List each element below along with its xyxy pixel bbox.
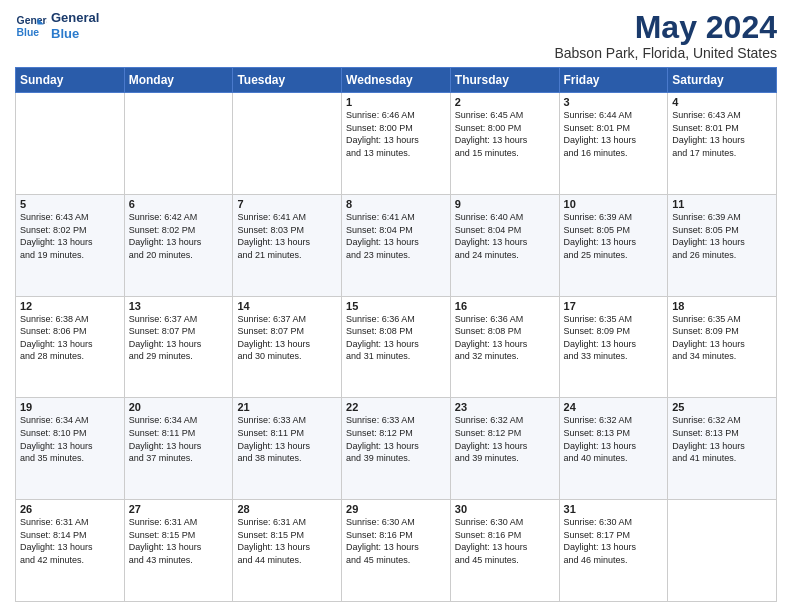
header-right: May 2024 Babson Park, Florida, United St… — [554, 10, 777, 61]
day-number: 17 — [564, 300, 664, 312]
day-info: Sunrise: 6:40 AM Sunset: 8:04 PM Dayligh… — [455, 211, 555, 261]
calendar-cell: 27Sunrise: 6:31 AM Sunset: 8:15 PM Dayli… — [124, 500, 233, 602]
day-info: Sunrise: 6:41 AM Sunset: 8:03 PM Dayligh… — [237, 211, 337, 261]
calendar-cell: 2Sunrise: 6:45 AM Sunset: 8:00 PM Daylig… — [450, 93, 559, 195]
calendar-cell — [233, 93, 342, 195]
calendar-cell: 31Sunrise: 6:30 AM Sunset: 8:17 PM Dayli… — [559, 500, 668, 602]
day-number: 4 — [672, 96, 772, 108]
day-number: 22 — [346, 401, 446, 413]
calendar-week-4: 19Sunrise: 6:34 AM Sunset: 8:10 PM Dayli… — [16, 398, 777, 500]
day-info: Sunrise: 6:31 AM Sunset: 8:15 PM Dayligh… — [129, 516, 229, 566]
day-info: Sunrise: 6:35 AM Sunset: 8:09 PM Dayligh… — [564, 313, 664, 363]
day-info: Sunrise: 6:31 AM Sunset: 8:15 PM Dayligh… — [237, 516, 337, 566]
calendar-cell: 17Sunrise: 6:35 AM Sunset: 8:09 PM Dayli… — [559, 296, 668, 398]
calendar-cell: 23Sunrise: 6:32 AM Sunset: 8:12 PM Dayli… — [450, 398, 559, 500]
day-number: 3 — [564, 96, 664, 108]
day-info: Sunrise: 6:46 AM Sunset: 8:00 PM Dayligh… — [346, 109, 446, 159]
day-info: Sunrise: 6:43 AM Sunset: 8:02 PM Dayligh… — [20, 211, 120, 261]
header: General Blue General Blue May 2024 Babso… — [15, 10, 777, 61]
day-number: 15 — [346, 300, 446, 312]
day-info: Sunrise: 6:30 AM Sunset: 8:16 PM Dayligh… — [346, 516, 446, 566]
calendar-cell: 16Sunrise: 6:36 AM Sunset: 8:08 PM Dayli… — [450, 296, 559, 398]
day-number: 6 — [129, 198, 229, 210]
calendar-week-5: 26Sunrise: 6:31 AM Sunset: 8:14 PM Dayli… — [16, 500, 777, 602]
day-info: Sunrise: 6:43 AM Sunset: 8:01 PM Dayligh… — [672, 109, 772, 159]
day-info: Sunrise: 6:32 AM Sunset: 8:13 PM Dayligh… — [564, 414, 664, 464]
svg-text:General: General — [17, 15, 47, 26]
calendar-cell — [668, 500, 777, 602]
day-info: Sunrise: 6:38 AM Sunset: 8:06 PM Dayligh… — [20, 313, 120, 363]
logo: General Blue General Blue — [15, 10, 99, 42]
day-number: 27 — [129, 503, 229, 515]
calendar-cell: 10Sunrise: 6:39 AM Sunset: 8:05 PM Dayli… — [559, 194, 668, 296]
day-info: Sunrise: 6:39 AM Sunset: 8:05 PM Dayligh… — [672, 211, 772, 261]
day-info: Sunrise: 6:33 AM Sunset: 8:12 PM Dayligh… — [346, 414, 446, 464]
calendar-cell: 25Sunrise: 6:32 AM Sunset: 8:13 PM Dayli… — [668, 398, 777, 500]
day-number: 12 — [20, 300, 120, 312]
day-number: 18 — [672, 300, 772, 312]
calendar-cell: 6Sunrise: 6:42 AM Sunset: 8:02 PM Daylig… — [124, 194, 233, 296]
calendar-cell: 29Sunrise: 6:30 AM Sunset: 8:16 PM Dayli… — [342, 500, 451, 602]
calendar-cell: 28Sunrise: 6:31 AM Sunset: 8:15 PM Dayli… — [233, 500, 342, 602]
day-info: Sunrise: 6:44 AM Sunset: 8:01 PM Dayligh… — [564, 109, 664, 159]
day-info: Sunrise: 6:35 AM Sunset: 8:09 PM Dayligh… — [672, 313, 772, 363]
calendar-cell: 1Sunrise: 6:46 AM Sunset: 8:00 PM Daylig… — [342, 93, 451, 195]
calendar-cell: 20Sunrise: 6:34 AM Sunset: 8:11 PM Dayli… — [124, 398, 233, 500]
day-info: Sunrise: 6:34 AM Sunset: 8:10 PM Dayligh… — [20, 414, 120, 464]
day-info: Sunrise: 6:36 AM Sunset: 8:08 PM Dayligh… — [346, 313, 446, 363]
calendar-cell — [16, 93, 125, 195]
calendar-week-3: 12Sunrise: 6:38 AM Sunset: 8:06 PM Dayli… — [16, 296, 777, 398]
calendar-cell: 14Sunrise: 6:37 AM Sunset: 8:07 PM Dayli… — [233, 296, 342, 398]
day-number: 14 — [237, 300, 337, 312]
day-number: 20 — [129, 401, 229, 413]
day-info: Sunrise: 6:37 AM Sunset: 8:07 PM Dayligh… — [129, 313, 229, 363]
day-number: 7 — [237, 198, 337, 210]
day-number: 28 — [237, 503, 337, 515]
day-info: Sunrise: 6:31 AM Sunset: 8:14 PM Dayligh… — [20, 516, 120, 566]
col-wednesday: Wednesday — [342, 68, 451, 93]
calendar-cell: 3Sunrise: 6:44 AM Sunset: 8:01 PM Daylig… — [559, 93, 668, 195]
day-number: 2 — [455, 96, 555, 108]
col-monday: Monday — [124, 68, 233, 93]
col-saturday: Saturday — [668, 68, 777, 93]
logo-icon: General Blue — [15, 10, 47, 42]
day-number: 23 — [455, 401, 555, 413]
calendar-cell: 19Sunrise: 6:34 AM Sunset: 8:10 PM Dayli… — [16, 398, 125, 500]
calendar-cell: 13Sunrise: 6:37 AM Sunset: 8:07 PM Dayli… — [124, 296, 233, 398]
calendar-table: Sunday Monday Tuesday Wednesday Thursday… — [15, 67, 777, 602]
day-info: Sunrise: 6:34 AM Sunset: 8:11 PM Dayligh… — [129, 414, 229, 464]
col-sunday: Sunday — [16, 68, 125, 93]
calendar-cell: 24Sunrise: 6:32 AM Sunset: 8:13 PM Dayli… — [559, 398, 668, 500]
calendar-cell: 11Sunrise: 6:39 AM Sunset: 8:05 PM Dayli… — [668, 194, 777, 296]
col-thursday: Thursday — [450, 68, 559, 93]
col-tuesday: Tuesday — [233, 68, 342, 93]
day-number: 8 — [346, 198, 446, 210]
calendar-cell: 21Sunrise: 6:33 AM Sunset: 8:11 PM Dayli… — [233, 398, 342, 500]
calendar-cell: 9Sunrise: 6:40 AM Sunset: 8:04 PM Daylig… — [450, 194, 559, 296]
day-number: 16 — [455, 300, 555, 312]
calendar-week-2: 5Sunrise: 6:43 AM Sunset: 8:02 PM Daylig… — [16, 194, 777, 296]
day-info: Sunrise: 6:33 AM Sunset: 8:11 PM Dayligh… — [237, 414, 337, 464]
day-number: 13 — [129, 300, 229, 312]
calendar-cell: 8Sunrise: 6:41 AM Sunset: 8:04 PM Daylig… — [342, 194, 451, 296]
calendar-cell: 15Sunrise: 6:36 AM Sunset: 8:08 PM Dayli… — [342, 296, 451, 398]
day-info: Sunrise: 6:36 AM Sunset: 8:08 PM Dayligh… — [455, 313, 555, 363]
col-friday: Friday — [559, 68, 668, 93]
calendar-cell: 5Sunrise: 6:43 AM Sunset: 8:02 PM Daylig… — [16, 194, 125, 296]
day-number: 31 — [564, 503, 664, 515]
day-number: 5 — [20, 198, 120, 210]
logo-text-general: General — [51, 10, 99, 26]
day-info: Sunrise: 6:30 AM Sunset: 8:16 PM Dayligh… — [455, 516, 555, 566]
calendar-cell: 12Sunrise: 6:38 AM Sunset: 8:06 PM Dayli… — [16, 296, 125, 398]
page: General Blue General Blue May 2024 Babso… — [0, 0, 792, 612]
calendar-cell: 30Sunrise: 6:30 AM Sunset: 8:16 PM Dayli… — [450, 500, 559, 602]
month-title: May 2024 — [554, 10, 777, 45]
day-number: 10 — [564, 198, 664, 210]
calendar-cell — [124, 93, 233, 195]
day-number: 21 — [237, 401, 337, 413]
day-number: 29 — [346, 503, 446, 515]
day-number: 1 — [346, 96, 446, 108]
calendar-cell: 22Sunrise: 6:33 AM Sunset: 8:12 PM Dayli… — [342, 398, 451, 500]
calendar-cell: 18Sunrise: 6:35 AM Sunset: 8:09 PM Dayli… — [668, 296, 777, 398]
day-info: Sunrise: 6:41 AM Sunset: 8:04 PM Dayligh… — [346, 211, 446, 261]
